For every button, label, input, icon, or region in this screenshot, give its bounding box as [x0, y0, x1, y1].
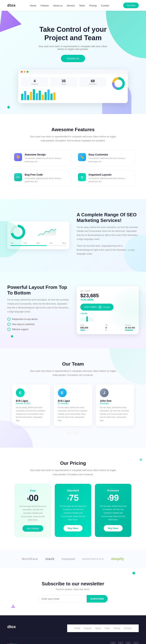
nav-link-home[interactable]: Home	[30, 4, 36, 7]
footer-link-home[interactable]: Home	[74, 627, 80, 630]
nav-link-service[interactable]: Service	[67, 4, 75, 7]
team-next-button[interactable]: →	[74, 430, 79, 435]
partner-logo-trustcart: trustcart	[62, 558, 75, 561]
features-grid: 🎨 Awesome Design Consectetur adipiscing …	[11, 150, 135, 186]
team-card-1: E Erik Ligas Co-Founder Far far away, be…	[54, 384, 92, 426]
footer-link-contact[interactable]: Contact	[124, 627, 131, 630]
feature-icon-customize: ✏️	[78, 153, 86, 161]
team-decor-top-right	[110, 348, 146, 385]
nav-link-feature[interactable]: Feature	[40, 4, 49, 7]
seo-para1: Far far away, behind the word mountains,…	[77, 226, 139, 241]
layout-feature-1: ✓ Very easy to customize	[7, 322, 69, 327]
social-twitter-button[interactable]: t	[118, 642, 123, 644]
dot-yellow	[24, 71, 25, 73]
seo-line-chart	[28, 228, 66, 236]
layout-decor-dot	[11, 335, 13, 338]
social-linkedin-button[interactable]: in	[126, 642, 131, 644]
team-section: Our Team Duis aute irure dolor in repreh…	[0, 348, 146, 448]
layout-title: Powerful Layout From Top To Bottom	[7, 284, 69, 296]
stat-tasks: 35 Tasks	[50, 77, 77, 87]
newsletter-section: Subscribe to our newsletter Recieve upda…	[0, 568, 146, 615]
team-avatar-1: E	[58, 388, 67, 397]
footer-link-about[interactable]: About	[95, 627, 101, 630]
newsletter-title: Subscribe to our newsletter	[27, 581, 119, 587]
newsletter-decor-triangle	[11, 604, 15, 608]
try-free-button[interactable]: Try Free	[123, 2, 139, 8]
partner-logo-slack: slack	[45, 557, 54, 561]
pricing-decor-dot	[140, 458, 142, 461]
team-role-2: Developer	[100, 402, 130, 404]
nav-link-about[interactable]: About us	[53, 4, 62, 7]
pricing-title: Our Pricing	[7, 460, 139, 466]
team-desc-0: Far far away, behind the word mountains,…	[16, 406, 46, 422]
stat-projects: 4 Projects	[21, 77, 48, 87]
seo-section: JanFebMarAprMay A Complete Range Of SEO …	[0, 199, 146, 272]
explore-button[interactable]: Explore Us	[61, 55, 85, 62]
nav-links: Home Feature About us Service Team Prici…	[30, 4, 109, 7]
footer: dtox Home Feature About Team Pricing Con…	[0, 615, 146, 644]
pricing-price-premium: $99	[99, 494, 127, 502]
team-grid: E Erik Ligas Founder & CEO Far far away,…	[7, 384, 139, 426]
dashboard-stats: 4 Projects 35 Tasks 68 Members	[21, 77, 106, 87]
check-icon-2: ✓	[7, 328, 10, 331]
team-role-0: Founder & CEO	[16, 402, 46, 404]
feature-icon-design: 🎨	[14, 153, 22, 161]
footer-copyright: © 2024 dtox	[7, 643, 18, 644]
pricing-card-free: Free $00 Far far away, behind the word m…	[14, 484, 51, 537]
footer-nav: Home Feature About Team Pricing Contact	[67, 624, 139, 632]
finance-goal-col: Goal $56,506	[80, 324, 88, 330]
feature-card-1: ✏️ Easy Customize Consectetur adipiscing…	[75, 150, 135, 166]
footer-link-feature[interactable]: Feature	[84, 627, 91, 630]
finance-by-col: By 0	[106, 324, 108, 330]
footer-link-team[interactable]: Team	[105, 627, 110, 630]
dashboard-topbar	[18, 70, 128, 74]
check-icon-1: ✓	[7, 323, 10, 326]
stat-members: 68 Members	[79, 77, 106, 87]
hero-section: Take Control of your Project and Team Du…	[0, 11, 146, 114]
pricing-price-standard: $75	[59, 494, 87, 502]
hero-subtitle: Duis aute irure dolor in reprehenderit i…	[36, 45, 110, 50]
buy-now-button-premium[interactable]: Buy Now	[104, 525, 123, 532]
pricing-desc-premium: Far far away, behind the word mountains,…	[99, 504, 127, 522]
dashboard-chart-bars	[21, 89, 106, 100]
buy-now-button-standard[interactable]: Buy Now	[63, 525, 83, 532]
newsletter-subscribe-button[interactable]: SUBSCRIBE	[87, 595, 108, 602]
hero-title: Take Control of your Project and Team	[4, 26, 142, 42]
dashboard-body: 4 Projects 35 Tasks 68 Members	[18, 74, 128, 103]
navbar: dtox Home Feature About us Service Team …	[0, 0, 146, 11]
partner-logo-shopify: shopify	[111, 557, 124, 561]
nav-link-team[interactable]: Team	[79, 4, 85, 7]
pricing-card-premium: Premium $99 Far far away, behind the wor…	[95, 484, 131, 537]
pricing-tier-premium: Premium	[99, 489, 127, 492]
nav-link-contact[interactable]: Contact	[101, 4, 109, 7]
dashboard-left: 4 Projects 35 Tasks 68 Members	[18, 74, 109, 103]
newsletter-subtitle: Recieve updates, latest deal alerts.	[27, 588, 119, 591]
dot-green	[27, 71, 28, 73]
pricing-grid: Free $00 Far far away, behind the word m…	[7, 484, 139, 537]
footer-logo: dtox	[7, 624, 16, 629]
layout-feature-0: ✓ Responsive on any device	[7, 316, 69, 322]
seo-line-svg	[28, 228, 66, 236]
nav-link-pricing[interactable]: Pricing	[89, 4, 97, 7]
features-subtitle: Duis aute irure dolor in reprehenderit i…	[29, 135, 117, 143]
layout-para: Far far away, behind the word mountains,…	[7, 298, 69, 314]
seo-inner: JanFebMarAprMay A Complete Range Of SEO …	[7, 212, 139, 259]
newsletter-email-input[interactable]	[38, 595, 87, 602]
team-prev-button[interactable]: ←	[67, 430, 72, 435]
social-telegram-button[interactable]: ✈	[133, 642, 139, 644]
check-icon-0: ✓	[7, 318, 10, 321]
add-funds-button[interactable]: ADD FUNDS → Europe	[80, 304, 114, 310]
team-card-2: J John Doe Developer Far far away, behin…	[96, 384, 134, 426]
feature-card-3: ⊞ Organized Layouts Consectetur adipisci…	[75, 170, 135, 186]
newsletter-inner: Subscribe to our newsletter Recieve upda…	[27, 581, 119, 602]
social-facebook-button[interactable]: f	[110, 642, 116, 644]
seo-title: A Complete Range Of SEO Marketing Servic…	[77, 212, 139, 223]
team-role-1: Co-Founder	[58, 402, 88, 404]
newsletter-decor-dot	[133, 572, 135, 574]
add-funds-arrow-icon: →	[98, 305, 102, 309]
team-avatar-2: J	[100, 388, 109, 397]
feature-icon-layouts: ⊞	[78, 173, 86, 181]
dashboard-right	[109, 74, 128, 103]
footer-link-pricing[interactable]: Pricing	[114, 627, 120, 630]
get-started-button[interactable]: Get Started	[22, 525, 43, 532]
